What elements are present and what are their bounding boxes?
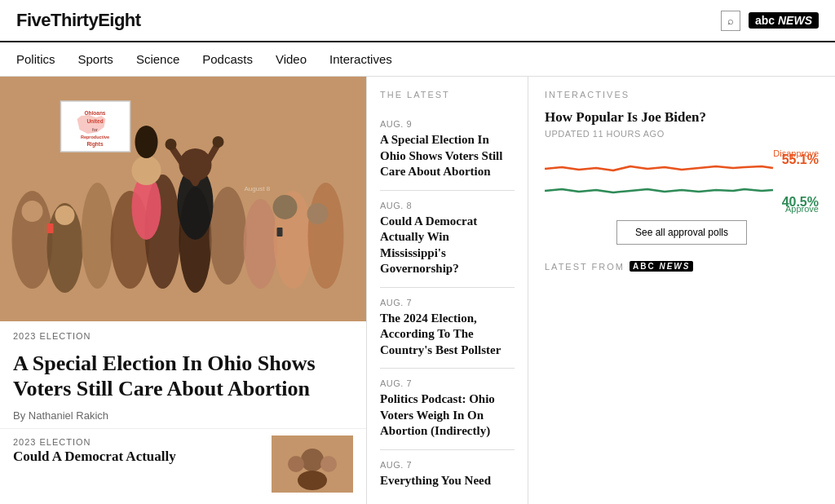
latest-abc-section: LATEST FROM abc NEWS: [545, 261, 819, 272]
latest-date-1: AUG. 9: [380, 119, 515, 129]
hero-article-title: A Special Election In Ohio Shows Voters …: [13, 351, 353, 401]
list-item[interactable]: AUG. 8 Could A Democrat Actually Win Mis…: [380, 191, 515, 288]
svg-rect-30: [47, 223, 54, 233]
latest-abc-label: LATEST FROM abc NEWS: [545, 261, 819, 272]
svg-rect-31: [277, 228, 283, 237]
list-item[interactable]: AUG. 7 The 2024 Election, According To T…: [380, 288, 515, 369]
svg-point-27: [55, 206, 75, 225]
latest-title-5[interactable]: Everything You Need: [380, 473, 515, 489]
svg-text:August 8: August 8: [245, 185, 271, 192]
svg-point-18: [166, 139, 177, 150]
latest-section-label: THE LATEST: [380, 90, 515, 99]
preview-category: 2023 ELECTION: [13, 437, 91, 447]
list-item[interactable]: AUG. 9 A Special Election In Ohio Shows …: [380, 109, 515, 191]
svg-text:Reproductive: Reproductive: [81, 135, 109, 139]
abc-logo: abc NEWS: [749, 12, 819, 29]
svg-text:Ohioans: Ohioans: [84, 110, 105, 116]
interactives-column: INTERACTIVES How Popular Is Joe Biden? U…: [528, 77, 835, 504]
preview-article[interactable]: 2023 ELECTION Could A Democrat Actually: [0, 428, 366, 499]
search-icon: ⌕: [727, 15, 734, 27]
svg-text:Rights: Rights: [86, 141, 104, 148]
latest-title-2[interactable]: Could A Democrat Actually Win Mississipp…: [380, 214, 515, 277]
latest-title-1[interactable]: A Special Election In Ohio Shows Voters …: [380, 132, 515, 180]
svg-point-34: [301, 449, 324, 471]
header-right: ⌕ abc NEWS: [721, 11, 819, 31]
svg-point-26: [22, 201, 43, 222]
latest-date-5: AUG. 7: [380, 460, 515, 470]
latest-from-text: LATEST FROM: [545, 262, 625, 272]
main-layout: Ohioans United for Reproductive Rights: [0, 77, 835, 504]
approve-value: 40.5%: [782, 195, 819, 210]
preview-title: Could A Democrat Actually: [13, 449, 262, 465]
hero-article-title-container[interactable]: A Special Election In Ohio Shows Voters …: [0, 346, 366, 405]
see-all-button[interactable]: See all approval polls: [616, 220, 747, 245]
site-title: FiveThirtyEight: [16, 10, 141, 31]
nav-item-video[interactable]: Video: [276, 52, 307, 66]
svg-point-10: [308, 183, 344, 289]
header: FiveThirtyEight ⌕ abc NEWS: [0, 0, 835, 42]
latest-title-3[interactable]: The 2024 Election, According To The Coun…: [380, 311, 515, 359]
approval-chart: 55.1% Disapprove 40.5% Approve: [545, 148, 819, 214]
main-nav: Politics Sports Science Podcasts Video I…: [0, 42, 835, 77]
nav-bar: Politics Sports Science Podcasts Video I…: [0, 42, 835, 77]
svg-point-3: [82, 183, 114, 289]
preview-text: 2023 ELECTION Could A Democrat Actually: [13, 435, 262, 493]
svg-point-28: [273, 195, 298, 219]
svg-point-8: [244, 199, 278, 289]
hero-crowd: Ohioans United for Reproductive Rights: [0, 77, 366, 321]
hero-image: Ohioans United for Reproductive Rights: [0, 77, 366, 321]
svg-point-7: [210, 187, 247, 285]
svg-point-19: [213, 136, 224, 148]
hero-article-meta: 2023 ELECTION: [0, 321, 366, 346]
widget-subtitle: UPDATED 11 HOURS AGO: [545, 129, 819, 139]
latest-date-2: AUG. 8: [380, 201, 515, 210]
abc-mini-logo: abc NEWS: [630, 261, 693, 272]
interactives-section-label: INTERACTIVES: [545, 90, 819, 99]
svg-point-29: [307, 203, 329, 224]
svg-point-36: [288, 456, 304, 472]
list-item[interactable]: AUG. 7 Everything You Need: [380, 450, 515, 499]
widget-title[interactable]: How Popular Is Joe Biden?: [545, 109, 819, 126]
latest-column: THE LATEST AUG. 9 A Special Election In …: [367, 77, 528, 504]
search-button[interactable]: ⌕: [721, 11, 740, 31]
biden-approval-widget: How Popular Is Joe Biden? UPDATED 11 HOU…: [545, 109, 819, 245]
latest-date-4: AUG. 7: [380, 378, 515, 388]
list-item[interactable]: AUG. 7 Politics Podcast: Ohio Voters Wei…: [380, 369, 515, 450]
nav-item-politics[interactable]: Politics: [16, 52, 55, 66]
nav-item-sports[interactable]: Sports: [78, 52, 113, 66]
hero-article-category: 2023 ELECTION: [13, 331, 91, 341]
nav-item-interactives[interactable]: Interactives: [329, 52, 392, 66]
preview-image: [272, 435, 353, 493]
latest-title-4[interactable]: Politics Podcast: Ohio Voters Weigh In O…: [380, 391, 515, 440]
svg-point-12: [132, 156, 161, 185]
chart-svg: [545, 148, 819, 214]
nav-item-podcasts[interactable]: Podcasts: [202, 52, 253, 66]
disapprove-value: 55.1%: [782, 153, 819, 167]
hero-article-byline: By Nathaniel Rakich: [0, 405, 366, 428]
svg-point-35: [298, 471, 327, 490]
nav-item-science[interactable]: Science: [136, 52, 179, 66]
main-content: Ohioans United for Reproductive Rights: [0, 77, 367, 504]
svg-point-37: [320, 456, 337, 472]
latest-date-3: AUG. 7: [380, 298, 515, 307]
svg-point-13: [135, 126, 158, 158]
